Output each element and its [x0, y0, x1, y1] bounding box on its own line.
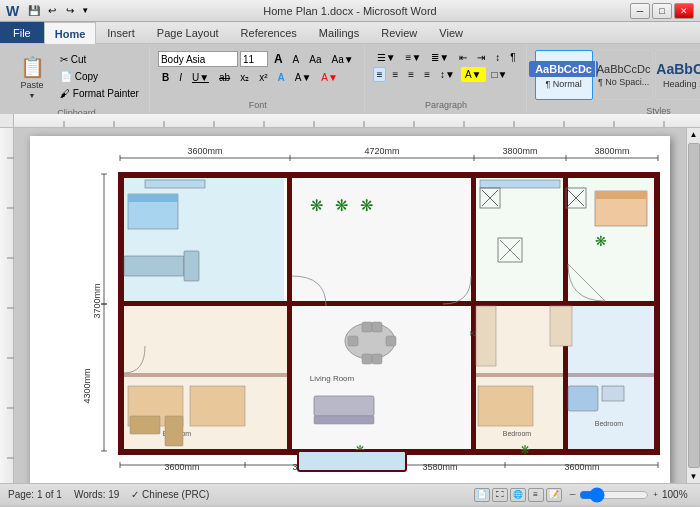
subscript-btn[interactable]: x₂ [236, 70, 253, 85]
copy-button[interactable]: 📄 Copy [56, 69, 143, 84]
font-name-input[interactable] [158, 51, 238, 67]
paste-arrow[interactable]: ▼ [29, 92, 36, 99]
close-button[interactable]: ✕ [674, 3, 694, 19]
web-layout-btn[interactable]: 🌐 [510, 488, 526, 502]
align-center-btn[interactable]: ≡ [388, 67, 402, 82]
tab-mailings[interactable]: Mailings [308, 22, 370, 43]
font-row2: B I U▼ ab x₂ x² A A▼ A▼ [158, 70, 342, 85]
paste-icon: 📋 [16, 53, 48, 80]
svg-rect-79 [128, 194, 178, 202]
svg-rect-80 [145, 180, 205, 188]
tab-page-layout[interactable]: Page Layout [146, 22, 230, 43]
cut-button[interactable]: ✂ Cut [56, 52, 143, 67]
window-title: Home Plan 1.docx - Microsoft Word [263, 5, 436, 17]
align-right-btn[interactable]: ≡ [404, 67, 418, 82]
tab-view[interactable]: View [428, 22, 474, 43]
style-normal-label: ¶ Normal [545, 79, 581, 89]
print-layout-btn[interactable]: 📄 [474, 488, 490, 502]
vertical-scrollbar[interactable]: ▲ ▼ [686, 128, 700, 483]
shading-btn[interactable]: A▼ [461, 67, 486, 82]
quick-access-save[interactable]: 💾 [27, 4, 41, 18]
styles-content: AaBbCcDc ¶ Normal AaBbCcDc ¶ No Spaci...… [535, 46, 700, 104]
font-color-btn[interactable]: A▼ [317, 70, 342, 85]
quick-access-redo[interactable]: ↪ [63, 4, 77, 18]
tab-insert[interactable]: Insert [96, 22, 146, 43]
align-left-btn[interactable]: ≡ [373, 67, 387, 82]
outline-view-btn[interactable]: ≡ [528, 488, 544, 502]
maximize-button[interactable]: □ [652, 3, 672, 19]
bullets-btn[interactable]: ☰▼ [373, 50, 400, 65]
svg-rect-96 [386, 336, 396, 346]
svg-rect-119 [124, 256, 184, 276]
svg-rect-108 [190, 386, 245, 426]
font-size-input[interactable] [240, 51, 268, 67]
underline-btn[interactable]: U▼ [188, 70, 213, 85]
format-painter-button[interactable]: 🖌 Format Painter [56, 86, 143, 101]
tab-review[interactable]: Review [370, 22, 428, 43]
zoom-slider[interactable] [579, 491, 649, 499]
ribbon-tabs: File Home Insert Page Layout References … [0, 22, 700, 44]
para-label: Paragraph [425, 98, 467, 112]
change-case-btn[interactable]: Aa▼ [328, 52, 358, 67]
tab-home[interactable]: Home [44, 22, 97, 44]
numbering-btn[interactable]: ≡▼ [402, 50, 426, 65]
justify-btn[interactable]: ≡ [420, 67, 434, 82]
superscript-btn[interactable]: x² [255, 70, 271, 85]
style-heading1[interactable]: AaBbCc Heading 1 [655, 50, 700, 100]
zoom-out-btn[interactable]: ─ [570, 490, 576, 499]
ruler-svg [14, 114, 700, 128]
svg-text:Bedroom: Bedroom [503, 430, 532, 437]
customize-arrow[interactable]: ▼ [81, 6, 89, 15]
tab-file[interactable]: File [0, 22, 44, 43]
text-highlight-btn[interactable]: A▼ [291, 70, 316, 85]
minimize-button[interactable]: ─ [630, 3, 650, 19]
clear-format-btn[interactable]: Aa [305, 52, 325, 67]
font-controls: A A Aa Aa▼ B I U▼ ab x₂ x² A A▼ A▼ [158, 46, 358, 98]
scroll-down-btn[interactable]: ▼ [688, 470, 700, 483]
page-area: 3600mm 4720mm 3800mm 3800mm 3700mm 430 [14, 128, 686, 483]
svg-text:3700mm: 3700mm [92, 283, 102, 318]
sort-btn[interactable]: ↕ [491, 50, 504, 65]
ruler-area [0, 114, 700, 128]
text-effects-btn[interactable]: A [274, 70, 289, 85]
quick-access-undo[interactable]: ↩ [45, 4, 59, 18]
paste-button[interactable]: 📋 Paste ▼ [10, 50, 54, 102]
para-row2: ≡ ≡ ≡ ≡ ↕▼ A▼ □▼ [373, 67, 512, 82]
bold-btn[interactable]: B [158, 70, 173, 85]
scroll-thumb[interactable] [688, 143, 700, 468]
zoom-controls: ─ + 100% [570, 489, 692, 500]
styles-list: AaBbCcDc ¶ Normal AaBbCcDc ¶ No Spaci...… [535, 50, 700, 100]
zoom-in-btn[interactable]: + [653, 490, 658, 499]
multilevel-btn[interactable]: ≣▼ [427, 50, 453, 65]
borders-btn[interactable]: □▼ [488, 67, 512, 82]
svg-rect-118 [165, 416, 183, 446]
word-icon: W [6, 3, 19, 19]
style-normal[interactable]: AaBbCcDc ¶ Normal [535, 50, 593, 100]
strikethrough-btn[interactable]: ab [215, 70, 234, 85]
document-page[interactable]: 3600mm 4720mm 3800mm 3800mm 3700mm 430 [30, 136, 670, 483]
para-controls: ☰▼ ≡▼ ≣▼ ⇤ ⇥ ↕ ¶ ≡ ≡ ≡ ≡ ↕▼ A▼ □▼ [373, 46, 520, 98]
title-bar: W 💾 ↩ ↪ ▼ Home Plan 1.docx - Microsoft W… [0, 0, 700, 22]
svg-rect-125 [298, 451, 406, 471]
style-no-spacing[interactable]: AaBbCcDc ¶ No Spaci... [595, 50, 653, 100]
svg-text:3600mm: 3600mm [187, 146, 222, 156]
italic-btn[interactable]: I [175, 70, 186, 85]
title-bar-left: W 💾 ↩ ↪ ▼ [6, 3, 89, 19]
styles-group: AaBbCcDc ¶ Normal AaBbCcDc ¶ No Spaci...… [529, 46, 700, 112]
svg-rect-120 [184, 251, 199, 281]
svg-rect-106 [550, 306, 572, 346]
ribbon-content: 📋 Paste ▼ ✂ Cut 📄 Copy 🖌 Format Painter … [0, 44, 700, 114]
tab-references[interactable]: References [230, 22, 308, 43]
font-grow-btn[interactable]: A [270, 50, 287, 68]
fullscreen-btn[interactable]: ⛶ [492, 488, 508, 502]
increase-indent-btn[interactable]: ⇥ [473, 50, 489, 65]
font-shrink-btn[interactable]: A [289, 52, 304, 67]
line-spacing-btn[interactable]: ↕▼ [436, 67, 459, 82]
show-para-btn[interactable]: ¶ [506, 50, 519, 65]
decrease-indent-btn[interactable]: ⇤ [455, 50, 471, 65]
draft-view-btn[interactable]: 📝 [546, 488, 562, 502]
clipboard-buttons: 📋 Paste ▼ ✂ Cut 📄 Copy 🖌 Format Painter [10, 46, 143, 106]
scroll-up-btn[interactable]: ▲ [688, 128, 700, 141]
svg-rect-117 [130, 416, 160, 434]
svg-text:Bedroom: Bedroom [595, 420, 624, 427]
